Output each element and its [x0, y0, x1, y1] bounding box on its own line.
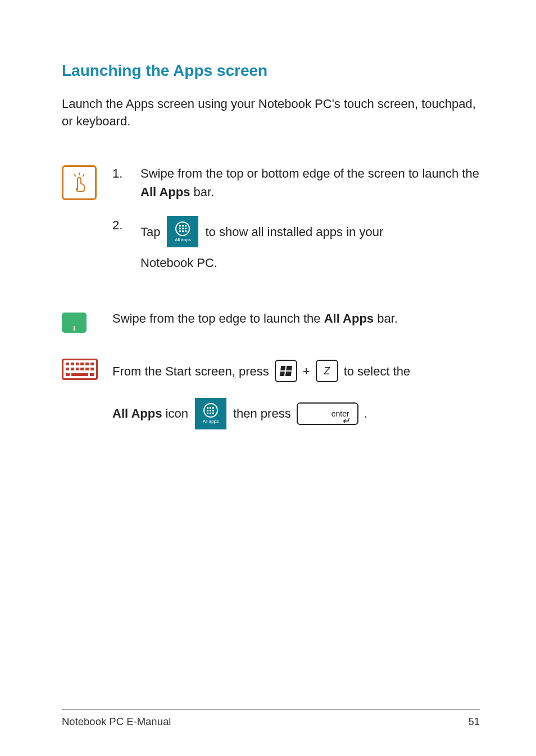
footer-title: Notebook PC E-Manual: [62, 716, 171, 728]
all-apps-label: All apps: [175, 238, 190, 242]
section-heading: Launching the Apps screen: [62, 62, 480, 80]
touchscreen-icon: [62, 165, 97, 200]
intro-paragraph: Launch the Apps screen using your Notebo…: [62, 96, 480, 130]
touchscreen-section: 1. Swipe from the top or bottom edge of …: [62, 164, 480, 287]
enter-key-label: enter: [331, 409, 349, 418]
bold-text: All Apps: [140, 185, 190, 199]
text: From the Start screen, press: [112, 355, 269, 387]
page-number: 51: [468, 716, 480, 728]
text: to show all installed apps in your: [205, 216, 383, 248]
svg-line-2: [83, 174, 84, 176]
keyboard-section: From the Start screen, press + Z to sele…: [62, 355, 480, 429]
step-number: 2.: [112, 216, 140, 234]
touch-step-1: 1. Swipe from the top or bottom edge of …: [112, 164, 480, 201]
plus-sign: +: [303, 355, 310, 387]
text: Tap: [140, 216, 160, 248]
text: Swipe from the top or bottom edge of the…: [140, 166, 479, 180]
all-apps-label: All apps: [203, 419, 219, 424]
period: .: [364, 397, 367, 429]
text: Notebook PC.: [140, 253, 480, 272]
enter-key-icon: enter ↵: [297, 402, 358, 425]
text: Swipe from the top edge to launch the: [112, 311, 324, 325]
touchpad-icon: [62, 313, 87, 333]
bold-text: All Apps: [112, 406, 162, 420]
text: to select the: [344, 355, 411, 387]
page-footer: Notebook PC E-Manual 51: [62, 709, 480, 728]
all-apps-tile-icon: All apps: [167, 216, 198, 247]
text: bar.: [374, 311, 398, 325]
windows-key-icon: [275, 360, 297, 382]
keyboard-icon: [62, 359, 98, 380]
svg-line-1: [74, 174, 76, 176]
step-number: 1.: [112, 164, 140, 183]
z-key-icon: Z: [316, 360, 338, 382]
touch-step-2: 2. Tap All apps to show all installed ap…: [112, 216, 480, 272]
touchpad-section: Swipe from the top edge to launch the Al…: [62, 309, 480, 333]
text: bar.: [190, 185, 214, 199]
all-apps-tile-icon: All apps: [195, 398, 226, 429]
text: then press: [233, 397, 291, 429]
bold-text: All Apps: [324, 311, 374, 325]
text: icon: [162, 406, 188, 420]
